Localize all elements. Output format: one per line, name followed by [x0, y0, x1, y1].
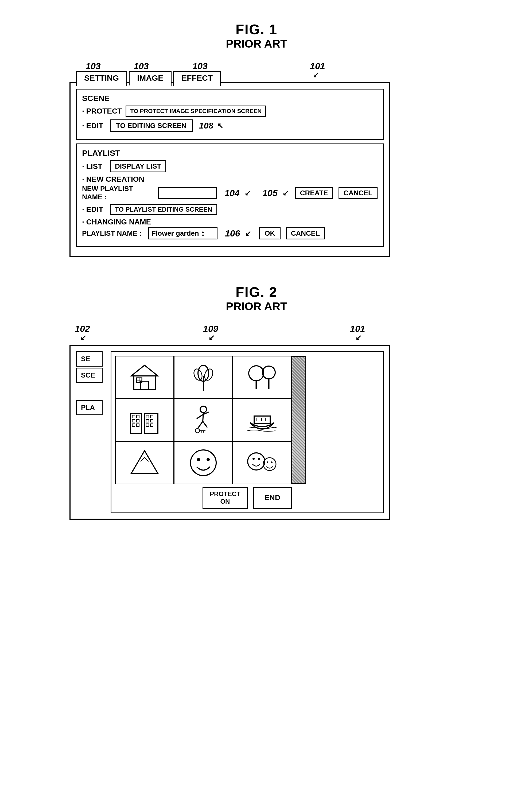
image-cell-face-large[interactable]: [174, 441, 233, 484]
svg-point-12: [262, 366, 275, 379]
fig1-subtitle: PRIOR ART: [226, 37, 287, 50]
scene-panel: SCENE · PROTECT TO PROTECT IMAGE SPECIFI…: [76, 89, 384, 140]
changing-name-label: · CHANGING NAME: [82, 218, 377, 226]
new-creation-label: · NEW CREATION: [82, 175, 377, 183]
arrow-105: ↙: [282, 188, 289, 198]
image-cell-faces-small[interactable]: [233, 441, 291, 484]
cancel-button-2[interactable]: CANCEL: [286, 227, 325, 239]
svg-rect-27: [150, 424, 153, 427]
fig2-bottom-row: PROTECT ON END: [115, 487, 379, 509]
fig2-ref-109: 109: [203, 324, 218, 334]
tab-effect[interactable]: EFFECT: [173, 71, 221, 86]
arrow-104: ↙: [245, 188, 251, 198]
playlist-name-value: Flower garden: [151, 229, 199, 237]
image-cell-boat[interactable]: [233, 399, 291, 441]
main-outer-frame: SETTING IMAGE EFFECT SCENE · PROTECT TO …: [69, 82, 390, 257]
create-button[interactable]: CREATE: [295, 187, 333, 199]
image-cell-mountain[interactable]: [115, 441, 174, 484]
image-cell-buildings[interactable]: [115, 399, 174, 441]
svg-rect-20: [137, 424, 139, 427]
ok-button[interactable]: OK: [259, 227, 281, 239]
image-cell-house[interactable]: [115, 356, 174, 399]
svg-line-29: [203, 412, 203, 422]
playlist-edit-button[interactable]: TO PLAYLIST EDITING SCREEN: [110, 204, 217, 215]
ref-106: 106: [225, 228, 240, 239]
svg-rect-23: [150, 415, 153, 418]
cancel-button-1[interactable]: CANCEL: [339, 187, 377, 199]
ref-104: 104: [224, 188, 240, 198]
svg-point-50: [271, 461, 273, 463]
house-icon: [129, 361, 161, 393]
scrollbar[interactable]: [291, 356, 306, 484]
tab-image[interactable]: IMAGE: [129, 71, 172, 86]
playlist-edit-row: · EDIT TO PLAYLIST EDITING SCREEN: [82, 204, 377, 215]
fig2-content: PROTECT ON END: [111, 351, 384, 513]
svg-point-10: [249, 366, 264, 381]
flower-icon: [187, 361, 219, 393]
buildings-icon: [129, 404, 161, 436]
svg-rect-25: [150, 419, 153, 422]
svg-point-43: [197, 458, 200, 461]
tab-setting[interactable]: SETTING: [76, 71, 127, 86]
svg-rect-17: [132, 419, 135, 422]
playlist-list-row: · LIST DISPLAY LIST: [82, 160, 377, 172]
playlist-title: PLAYLIST: [82, 149, 377, 157]
svg-point-34: [195, 429, 200, 433]
fig2-tab-pla[interactable]: PLA: [76, 400, 103, 415]
fig1-title: FIG. 1: [236, 21, 277, 37]
svg-marker-41: [131, 451, 158, 473]
fig2-tab-se[interactable]: SE: [76, 351, 103, 367]
fig2-inner-frame: PROTECT ON END: [111, 351, 384, 513]
end-button[interactable]: END: [253, 487, 292, 509]
protect-label: · PROTECT: [82, 107, 122, 115]
new-playlist-name-label: NEW PLAYLIST NAME :: [82, 185, 152, 201]
svg-rect-39: [256, 418, 260, 421]
ref-101: 101: [310, 61, 325, 71]
edit-button[interactable]: TO EDITING SCREEN: [110, 119, 193, 132]
scene-edit-row: · EDIT TO EDITING SCREEN 108 ↖: [82, 119, 377, 132]
svg-rect-19: [132, 424, 135, 427]
svg-rect-24: [146, 419, 149, 422]
image-cell-flower[interactable]: [174, 356, 233, 399]
new-playlist-input[interactable]: [158, 187, 217, 199]
fig2-tab-sce[interactable]: SCE: [76, 368, 103, 383]
display-list-button[interactable]: DISPLAY LIST: [110, 160, 166, 172]
svg-rect-18: [137, 419, 139, 422]
arrow-108: ↖: [217, 121, 223, 130]
arrow-101: ↙: [313, 70, 319, 79]
ref-105: 105: [262, 188, 278, 198]
image-cell-person[interactable]: [174, 399, 233, 441]
svg-marker-0: [131, 365, 158, 376]
ref-103a: 103: [86, 61, 101, 71]
spinner-up[interactable]: ▲: [201, 230, 205, 234]
mountain-icon: [129, 447, 161, 479]
fig2-ref-101: 101: [350, 324, 365, 334]
face-large-icon: [187, 447, 219, 479]
svg-rect-15: [132, 415, 135, 418]
person-icon: [187, 404, 219, 436]
spinner-down[interactable]: ▼: [201, 234, 205, 237]
fig2-ref-102: 102: [75, 324, 90, 334]
fig2-subtitle: PRIOR ART: [226, 300, 287, 313]
ref-108: 108: [199, 121, 213, 130]
trees-icon: [246, 361, 278, 393]
fig2-arrow-102: ↙: [80, 333, 86, 342]
protect-on-button[interactable]: PROTECT ON: [202, 487, 248, 509]
image-cell-trees[interactable]: [233, 356, 291, 399]
svg-rect-21: [145, 413, 158, 433]
protect-button[interactable]: TO PROTECT IMAGE SPECIFICATION SCREEN: [125, 106, 266, 117]
playlist-edit-label: · EDIT: [82, 205, 106, 214]
svg-rect-22: [146, 415, 149, 418]
svg-rect-26: [146, 424, 149, 427]
new-creation-row: NEW PLAYLIST NAME : 104 ↙ 105 ↙ CREATE C…: [82, 185, 377, 201]
spinner-arrows[interactable]: ▲ ▼: [201, 230, 205, 237]
svg-line-32: [198, 422, 203, 428]
svg-rect-40: [262, 418, 265, 421]
playlist-name-input[interactable]: Flower garden ▲ ▼: [148, 227, 218, 239]
fig2-section: FIG. 2 PRIOR ART 102 109 101 ↙ ↙ ↙ SE SC…: [0, 279, 513, 520]
image-grid: [115, 356, 379, 484]
faces-small-icon: [246, 447, 278, 479]
svg-point-49: [267, 461, 268, 463]
fig2-left-tabs: SE SCE PLA: [76, 351, 103, 416]
fig2-main-frame: SE SCE PLA: [69, 345, 390, 520]
